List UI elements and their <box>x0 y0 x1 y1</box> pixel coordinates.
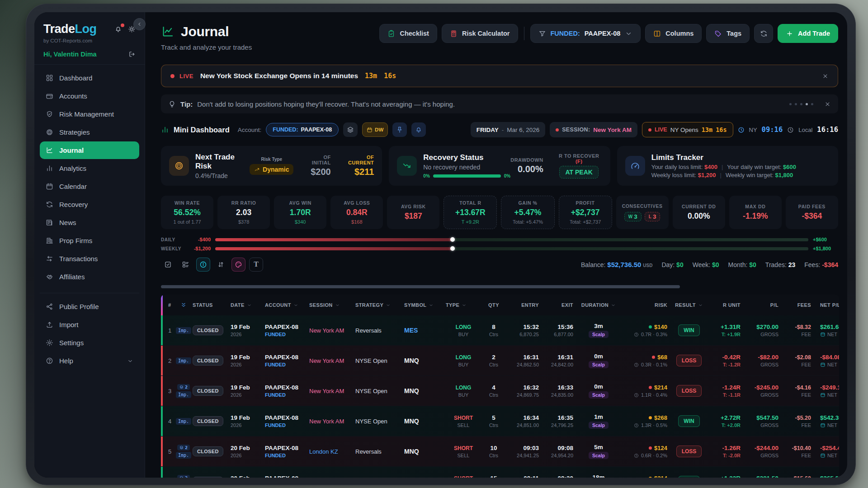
layers-button[interactable] <box>343 122 358 137</box>
sidebar: TradeLog by COT-Reports.com Hi, Valentin… <box>34 12 145 478</box>
user-greeting: Hi, Valentin Dima <box>43 51 97 58</box>
month-pl: $0 <box>749 261 756 268</box>
col-select[interactable] <box>175 302 193 308</box>
risk-dot <box>649 446 652 450</box>
duration-style-badge: Scalp <box>589 331 609 338</box>
notifications-bell[interactable] <box>114 25 122 33</box>
alerts-button[interactable] <box>411 122 426 137</box>
sidebar-item-prop-firms[interactable]: Prop Firms <box>40 232 139 249</box>
info-tool-button[interactable] <box>196 258 210 272</box>
live-dot <box>170 74 175 78</box>
bars-icon <box>46 164 53 172</box>
sidebar-item-analytics[interactable]: Analytics <box>40 160 139 177</box>
pin-button[interactable] <box>392 122 407 137</box>
sidebar-item-dashboard[interactable]: Dashboard <box>40 69 139 87</box>
sidebar-item-import[interactable]: Import <box>40 316 139 333</box>
col-pl[interactable]: P/L <box>743 302 781 308</box>
device-frame: TradeLog by COT-Reports.com Hi, Valentin… <box>26 4 856 485</box>
text-tool-button[interactable]: T <box>249 258 263 272</box>
app-logo[interactable]: TradeLog <box>43 22 97 36</box>
scrollbar-thumb[interactable] <box>161 285 680 288</box>
row-accent-bar <box>161 436 163 466</box>
add-trade-button[interactable]: Add Trade <box>778 24 838 43</box>
sidebar-item-news[interactable]: News <box>40 214 139 231</box>
sidebar-item-calendar[interactable]: Calendar <box>40 178 139 195</box>
pl-gross: $547.50 <box>756 414 778 421</box>
table-row[interactable]: 2 Imp. CLOSED 19 Feb2026 PAAPEX-08FUNDED… <box>161 346 839 376</box>
table-row[interactable]: 6 2 Imp. CLOSED 20 Feb2026 PAAPEX-08FUND… <box>161 467 839 478</box>
color-tool-button[interactable] <box>231 258 245 272</box>
sidebar-item-help[interactable]: Help <box>40 352 139 370</box>
sidebar-item-label: Analytics <box>59 164 86 172</box>
pin-icon <box>396 126 403 133</box>
col-session[interactable]: SESSION <box>309 302 355 308</box>
weekly-position-dot[interactable] <box>450 246 455 251</box>
weekly-bar-track <box>215 247 808 250</box>
risk-calculator-button[interactable]: Risk Calculator <box>442 24 518 43</box>
sidebar-collapse-button[interactable] <box>133 18 146 30</box>
net-pl: $542.30 <box>820 414 839 421</box>
imported-badge: Imp. <box>176 391 191 398</box>
col-symbol[interactable]: SYMBOL <box>404 302 446 308</box>
stat-card-paid-fees: PAID FEES-$364 <box>786 196 838 229</box>
tags-button[interactable]: Tags <box>706 24 750 43</box>
sidebar-item-journal[interactable]: Journal <box>40 141 139 159</box>
col-status[interactable]: STATUS <box>193 302 231 308</box>
col-fees[interactable]: FEES <box>781 302 814 308</box>
account-badge[interactable]: FUNDED:PAAPEX-08 <box>266 123 339 136</box>
recovery-status-card: Recovery Status No recovery needed 0% 0%… <box>389 146 610 186</box>
sidebar-item-risk-management[interactable]: Risk Management <box>40 105 139 123</box>
close-icon[interactable] <box>824 101 831 108</box>
col-type[interactable]: TYPE <box>446 302 481 308</box>
live-label: LIVE <box>179 73 193 80</box>
logout-icon[interactable] <box>128 51 136 58</box>
col-risk[interactable]: RISK <box>621 302 670 308</box>
risk-type-badge[interactable]: Dynamic <box>250 164 293 175</box>
col-exit[interactable]: EXIT <box>542 302 576 308</box>
col-qty[interactable]: QTY <box>481 302 506 308</box>
sidebar-item-settings[interactable]: Settings <box>40 334 139 352</box>
sort-tool-button[interactable] <box>214 258 228 272</box>
checkbox-icon <box>164 261 172 268</box>
col-entry[interactable]: ENTRY <box>506 302 542 308</box>
sidebar-item-accounts[interactable]: Accounts <box>40 87 139 105</box>
col-account[interactable]: ACCOUNT <box>265 302 309 308</box>
info-icon <box>634 453 639 458</box>
stat-sub: T +9.2R <box>446 219 495 225</box>
select-tool-button[interactable] <box>161 258 175 272</box>
sidebar-item-recovery[interactable]: Recovery <box>40 196 139 213</box>
table-row[interactable]: 3 2 Imp. CLOSED 19 Feb2026 PAAPEX-08FUND… <box>161 376 839 406</box>
table-toolbar: T Balance: $52,736.50 USD Day: $0 Week: … <box>161 257 838 272</box>
news-icon <box>46 219 53 226</box>
col-date[interactable]: DATE <box>231 302 265 308</box>
col-duration[interactable]: DURATION <box>576 302 621 308</box>
sidebar-item-public-profile[interactable]: Public Profile <box>40 298 139 315</box>
account-name: PAAPEX-08 <box>265 354 298 361</box>
stat-sub: $340 <box>276 219 325 225</box>
refresh-button[interactable] <box>754 24 773 43</box>
exit-time: 09:08 <box>557 445 573 451</box>
col-result[interactable]: RESULT <box>670 302 708 308</box>
table-row[interactable]: 5 2 Imp. CLOSED 20 Feb2026 PAAPEX-08FUND… <box>161 436 839 467</box>
col-net[interactable]: NET P/L <box>814 302 839 308</box>
sidebar-item-affiliates[interactable]: Affiliates <box>40 268 139 286</box>
group-count-badge: 2 <box>177 475 190 478</box>
risk-detail: 1.3R · 0.5% <box>641 422 667 428</box>
layout-tool-button[interactable] <box>179 258 193 272</box>
trade-date: 19 Feb <box>231 354 250 361</box>
sidebar-item-transactions[interactable]: Transactions <box>40 250 139 267</box>
table-row[interactable]: 4 Imp. CLOSED 19 Feb2026 PAAPEX-08FUNDED… <box>161 406 839 436</box>
sidebar-item-strategies[interactable]: Strategies <box>40 123 139 141</box>
col-strategy[interactable]: STRATEGY <box>355 302 404 308</box>
row-accent-bar <box>161 376 163 406</box>
close-icon[interactable] <box>822 73 829 80</box>
daily-weekly-toggle[interactable]: DW <box>362 122 388 137</box>
chart-line-icon <box>46 146 53 154</box>
strategy: NYSE Open <box>355 388 404 394</box>
daily-position-dot[interactable] <box>450 237 455 242</box>
account-filter-dropdown[interactable]: FUNDED: PAAPEX-08 <box>530 24 641 43</box>
table-row[interactable]: 1 Imp. CLOSED 19 Feb2026 PAAPEX-08FUNDED… <box>161 315 839 346</box>
columns-button[interactable]: Columns <box>645 24 702 43</box>
col-runit[interactable]: R UNIT <box>708 302 743 308</box>
checklist-button[interactable]: Checklist <box>379 24 437 43</box>
